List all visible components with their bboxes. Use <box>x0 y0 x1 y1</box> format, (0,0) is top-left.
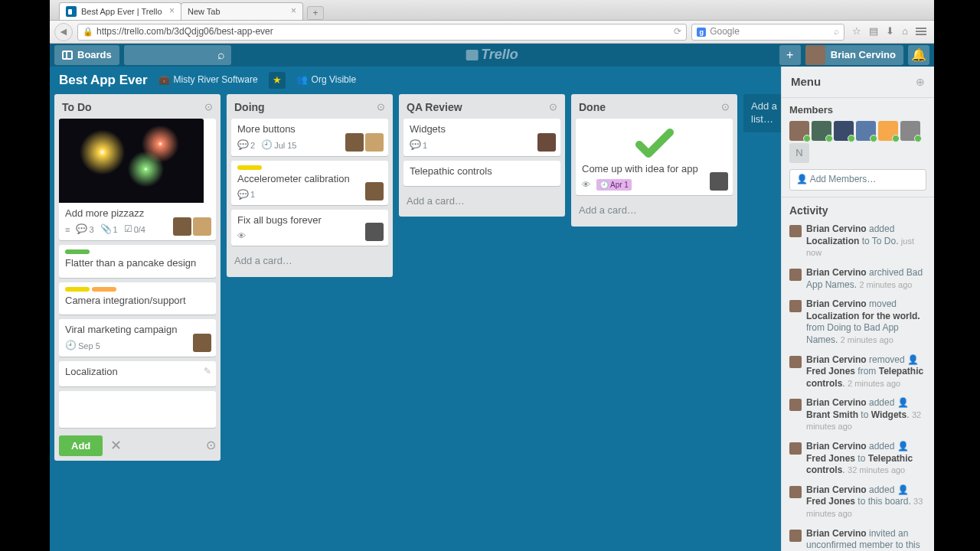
notifications-button[interactable]: 🔔 <box>908 45 929 65</box>
trello-app: Boards Trello + Brian Cervino 🔔 Best App… <box>50 44 934 551</box>
clock-icon: 🕘 <box>599 180 609 190</box>
browser-tab-new[interactable]: New Tab × <box>181 2 303 20</box>
boards-label: Boards <box>77 49 112 62</box>
card[interactable]: Viral marketing campaign 🕘Sep 5 <box>59 319 216 356</box>
comment-icon: 💬 <box>237 189 249 201</box>
clock-icon: 🕘 <box>65 340 77 352</box>
card[interactable]: Telepathic controls <box>403 161 560 186</box>
members-section: Members N 👤 Add Members… <box>782 98 934 197</box>
people-icon: 👥 <box>296 74 308 86</box>
list-qa: QA Review⊙ Widgets 💬1 Telepathic control… <box>399 94 565 217</box>
new-tab-button[interactable]: + <box>307 6 324 20</box>
browser-toolbar: ◄ 🔒 https://trello.com/b/3dQdjg06/best-a… <box>50 21 934 44</box>
card[interactable]: Widgets 💬1 <box>403 119 560 155</box>
activity-item: Brian Cervino removed 👤 Fred Jones from … <box>789 354 926 390</box>
add-members-button[interactable]: 👤 Add Members… <box>789 169 926 191</box>
trello-favicon <box>66 6 77 17</box>
avatar[interactable] <box>900 121 920 141</box>
close-icon[interactable]: × <box>169 5 175 18</box>
activity-item: Brian Cervino archived Bad App Names. 2 … <box>789 267 926 291</box>
list-done: Done⊙ Come up with idea for app 👁🕘Apr 1 … <box>571 94 737 227</box>
header-search[interactable] <box>124 45 231 65</box>
star-icon[interactable]: ☆ <box>852 25 861 38</box>
close-icon[interactable]: × <box>291 5 296 18</box>
card-title: Telepathic controls <box>410 165 554 178</box>
card[interactable]: More buttons 💬2🕘Jul 15 <box>231 119 388 155</box>
close-icon[interactable]: ✕ <box>110 437 122 455</box>
username: Brian Cervino <box>831 49 896 62</box>
activity-item: Brian Cervino invited an unconfirmed mem… <box>789 528 926 551</box>
card[interactable]: Camera integration/support <box>59 282 216 315</box>
avatar <box>789 399 802 411</box>
list-menu-icon[interactable]: ⊙ <box>721 101 730 114</box>
menu-icon[interactable] <box>916 28 926 35</box>
user-menu[interactable]: Brian Cervino <box>805 45 903 65</box>
tab-title: Best App Ever | Trello <box>81 6 162 17</box>
list-title[interactable]: QA Review <box>407 100 549 114</box>
avatar[interactable] <box>812 121 831 141</box>
card[interactable]: Fix all bugs forever 👁 <box>231 210 388 246</box>
comment-icon: 💬 <box>237 139 249 152</box>
list-title[interactable]: Done <box>579 100 721 114</box>
avatar[interactable] <box>789 121 809 141</box>
download-icon[interactable]: ⬇ <box>886 25 894 38</box>
card-title: Flatter than a pancake design <box>65 257 210 270</box>
card[interactable]: Add more pizzazz ≡ 💬3 📎1 ☑0/4 <box>59 119 216 240</box>
board-title[interactable]: Best App Ever <box>59 72 148 89</box>
avatar <box>789 486 802 498</box>
list-title[interactable]: Doing <box>234 100 377 114</box>
add-card-button[interactable]: Add <box>59 435 103 456</box>
card-title: Accelerometer calibration <box>237 173 382 186</box>
avatar <box>789 356 802 368</box>
card[interactable]: Come up with idea for app 👁🕘Apr 1 <box>576 119 733 195</box>
lock-icon: 🔒 <box>83 26 93 37</box>
list-menu-icon[interactable]: ⊙ <box>549 101 557 114</box>
address-bar[interactable]: 🔒 https://trello.com/b/3dQdjg06/best-app… <box>77 24 687 41</box>
avatar[interactable] <box>834 121 854 141</box>
home-icon[interactable]: ⌂ <box>902 25 908 38</box>
browser-search[interactable]: g Google ⌕ <box>691 24 844 41</box>
attachment-icon: 📎 <box>100 223 112 236</box>
add-card-link[interactable]: Add a card… <box>231 250 388 272</box>
boards-icon <box>62 51 73 60</box>
activity-item: Brian Cervino added Localization to To D… <box>789 223 926 259</box>
avatar[interactable] <box>878 121 898 141</box>
list-menu-icon[interactable]: ⊙ <box>377 101 385 114</box>
trello-logo[interactable]: Trello <box>466 46 518 64</box>
activity-section: Activity Brian Cervino added Localizatio… <box>782 197 934 551</box>
boards-button[interactable]: Boards <box>54 45 119 65</box>
add-card-link[interactable]: Add a card… <box>576 200 733 222</box>
browser-tab-trello[interactable]: Best App Ever | Trello × <box>59 2 181 20</box>
browser-tool-icons: ☆ ▤ ⬇ ⌂ <box>849 25 929 38</box>
add-card-link[interactable]: Add a card… <box>403 191 560 213</box>
star-button[interactable]: ★ <box>269 72 286 89</box>
reload-icon[interactable]: ⟳ <box>674 26 681 38</box>
card-title: Viral marketing campaign <box>65 324 210 337</box>
options-icon[interactable]: ⊙ <box>206 438 216 454</box>
card-members <box>173 217 211 236</box>
card-composer-input[interactable] <box>59 391 216 428</box>
members-list: N <box>789 121 926 163</box>
avatar[interactable] <box>856 121 876 141</box>
card[interactable]: Flatter than a pancake design <box>59 245 216 278</box>
activity-item: Brian Cervino moved Localization for the… <box>789 298 926 346</box>
list-title[interactable]: To Do <box>62 100 204 114</box>
avatar-initial[interactable]: N <box>789 143 809 163</box>
watch-icon: 👁 <box>237 230 246 241</box>
org-link[interactable]: 💼Misty River Software <box>158 74 258 86</box>
watch-icon: 👁 <box>582 179 590 190</box>
sidebar-title: Menu <box>791 74 916 90</box>
avatar <box>805 45 825 65</box>
expand-icon[interactable]: ⊕ <box>916 75 925 89</box>
list-menu-icon[interactable]: ⊙ <box>204 101 213 114</box>
activity-heading: Activity <box>789 204 926 217</box>
list-doing: Doing⊙ More buttons 💬2🕘Jul 15 Accelerome… <box>227 94 393 277</box>
clipboard-icon[interactable]: ▤ <box>869 25 878 38</box>
card[interactable]: Localization ✎ <box>59 361 216 386</box>
clock-icon: 🕘 <box>261 139 273 152</box>
visibility[interactable]: 👥Org Visible <box>296 74 356 86</box>
edit-icon[interactable]: ✎ <box>204 366 211 378</box>
back-button[interactable]: ◄ <box>54 23 73 41</box>
create-button[interactable]: + <box>779 45 801 65</box>
card[interactable]: Accelerometer calibration 💬1 <box>231 161 388 205</box>
